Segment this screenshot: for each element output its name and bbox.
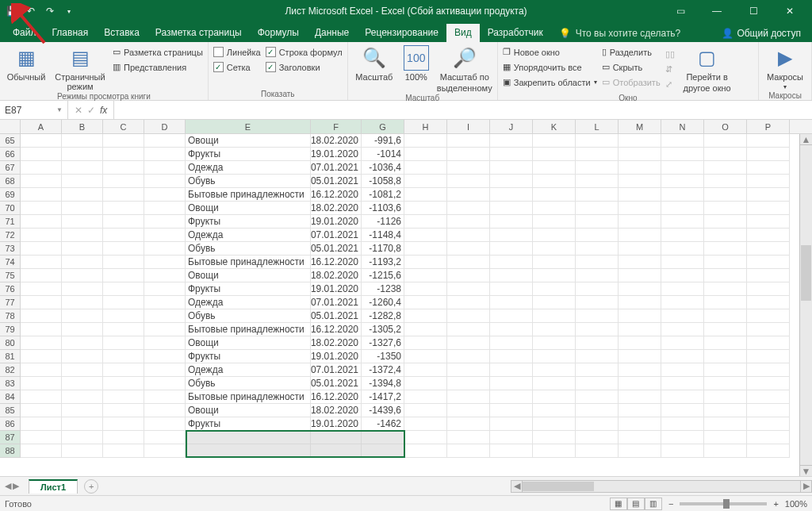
cell-G73[interactable]: -1170,8 (362, 242, 404, 256)
cell-I71[interactable] (447, 215, 490, 229)
row-header-73[interactable]: 73 (0, 242, 21, 256)
cell-O85[interactable] (704, 404, 747, 417)
cell-A86[interactable] (21, 417, 62, 431)
scroll-left-icon[interactable]: ◀ (511, 481, 523, 492)
cell-A68[interactable] (21, 175, 62, 188)
cell-P86[interactable] (747, 417, 790, 431)
cell-F73[interactable]: 05.01.2021 (311, 242, 362, 256)
cell-F82[interactable]: 07.01.2021 (311, 363, 362, 377)
cell-D69[interactable] (144, 188, 186, 202)
cell-H79[interactable] (404, 323, 447, 336)
cell-I75[interactable] (447, 269, 490, 282)
cell-N65[interactable] (661, 134, 704, 148)
cell-D75[interactable] (144, 269, 186, 282)
undo-icon[interactable]: ↶ (24, 4, 38, 18)
cell-K76[interactable] (533, 282, 576, 296)
col-header-N[interactable]: N (661, 120, 704, 133)
cell-D86[interactable] (144, 417, 186, 431)
cell-K82[interactable] (533, 363, 576, 377)
cell-C88[interactable] (103, 444, 144, 458)
row-header-82[interactable]: 82 (0, 363, 21, 377)
cell-L75[interactable] (576, 269, 619, 282)
cell-F79[interactable]: 16.12.2020 (311, 323, 362, 336)
cell-C86[interactable] (103, 417, 144, 431)
cell-F76[interactable]: 19.01.2020 (311, 282, 362, 296)
row-header-66[interactable]: 66 (0, 148, 21, 161)
cell-N85[interactable] (661, 404, 704, 417)
cell-E81[interactable]: Фрукты (186, 350, 311, 363)
cell-K80[interactable] (533, 336, 576, 350)
zoom-slider[interactable] (680, 502, 767, 505)
cell-K69[interactable] (533, 188, 576, 202)
cell-K73[interactable] (533, 242, 576, 256)
cell-I83[interactable] (447, 377, 490, 390)
cell-M82[interactable] (619, 363, 661, 377)
cell-L77[interactable] (576, 296, 619, 309)
cell-D78[interactable] (144, 309, 186, 323)
col-header-D[interactable]: D (144, 120, 186, 133)
row-header-68[interactable]: 68 (0, 175, 21, 188)
col-header-I[interactable]: I (447, 120, 490, 133)
cell-B68[interactable] (62, 175, 103, 188)
cell-O65[interactable] (704, 134, 747, 148)
worksheet[interactable]: ABCDEFGHIJKLMNOP 65Овощи18.02.2020-991,6… (0, 120, 812, 476)
cell-B75[interactable] (62, 269, 103, 282)
cell-G66[interactable]: -1014 (362, 148, 404, 161)
cell-H77[interactable] (404, 296, 447, 309)
cell-G88[interactable] (362, 444, 404, 458)
cell-A77[interactable] (21, 296, 62, 309)
cell-E77[interactable]: Одежда (186, 296, 311, 309)
cell-N78[interactable] (661, 309, 704, 323)
cell-A75[interactable] (21, 269, 62, 282)
cell-D82[interactable] (144, 363, 186, 377)
cell-M87[interactable] (619, 431, 661, 444)
cell-B84[interactable] (62, 390, 103, 404)
cell-L68[interactable] (576, 175, 619, 188)
cell-F84[interactable]: 16.12.2020 (311, 390, 362, 404)
cell-N67[interactable] (661, 161, 704, 175)
cell-P82[interactable] (747, 363, 790, 377)
tab-data[interactable]: Данные (307, 24, 357, 42)
cell-P70[interactable] (747, 202, 790, 215)
cell-A79[interactable] (21, 323, 62, 336)
zoom-thumb[interactable] (723, 499, 730, 509)
cell-F86[interactable]: 19.01.2020 (311, 417, 362, 431)
zoom-out-button[interactable]: − (668, 499, 673, 509)
cell-G79[interactable]: -1305,2 (362, 323, 404, 336)
cell-B79[interactable] (62, 323, 103, 336)
cell-G86[interactable]: -1462 (362, 417, 404, 431)
cell-G80[interactable]: -1327,6 (362, 336, 404, 350)
v-scroll-thumb[interactable] (801, 245, 811, 301)
cell-F85[interactable]: 18.02.2020 (311, 404, 362, 417)
cell-H70[interactable] (404, 202, 447, 215)
cell-I81[interactable] (447, 350, 490, 363)
cell-C69[interactable] (103, 188, 144, 202)
col-header-E[interactable]: E (186, 120, 311, 133)
cell-G84[interactable]: -1417,2 (362, 390, 404, 404)
cell-J65[interactable] (490, 134, 533, 148)
cell-B74[interactable] (62, 256, 103, 269)
cell-G78[interactable]: -1282,8 (362, 309, 404, 323)
cell-P84[interactable] (747, 390, 790, 404)
cell-I82[interactable] (447, 363, 490, 377)
add-sheet-button[interactable]: + (84, 479, 98, 494)
tab-formulas[interactable]: Формулы (250, 24, 307, 42)
cell-G81[interactable]: -1350 (362, 350, 404, 363)
tab-file[interactable]: Файл (5, 24, 44, 42)
cell-F74[interactable]: 16.12.2020 (311, 256, 362, 269)
cell-G67[interactable]: -1036,4 (362, 161, 404, 175)
row-header-67[interactable]: 67 (0, 161, 21, 175)
gridlines-checkbox[interactable] (213, 62, 224, 72)
cell-P74[interactable] (747, 256, 790, 269)
cell-O87[interactable] (704, 431, 747, 444)
cell-P77[interactable] (747, 296, 790, 309)
cell-A78[interactable] (21, 309, 62, 323)
cell-B88[interactable] (62, 444, 103, 458)
cell-A83[interactable] (21, 377, 62, 390)
cell-D66[interactable] (144, 148, 186, 161)
cell-O79[interactable] (704, 323, 747, 336)
cell-L87[interactable] (576, 431, 619, 444)
tab-scroll-right-icon[interactable]: ▶ (13, 481, 19, 491)
cell-M81[interactable] (619, 350, 661, 363)
cell-H65[interactable] (404, 134, 447, 148)
